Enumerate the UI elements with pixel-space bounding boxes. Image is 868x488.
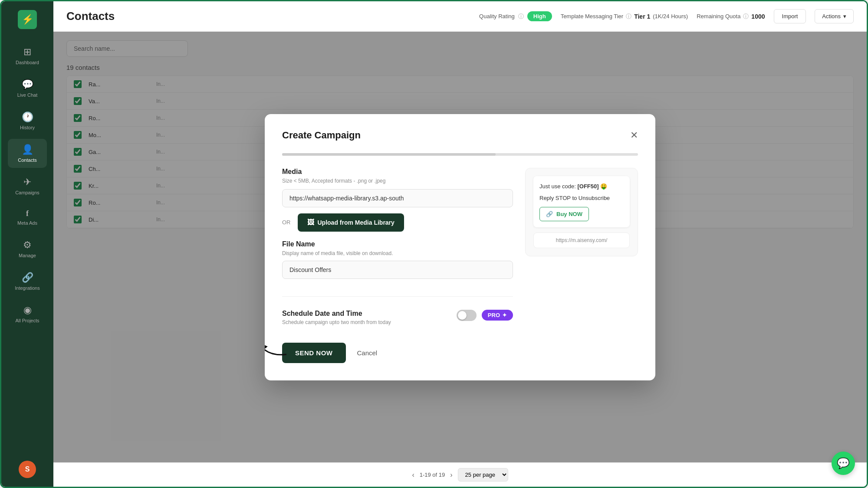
media-label: Media [282, 168, 513, 176]
schedule-info: Schedule Date and Time Schedule campaign… [282, 310, 448, 325]
meta-ads-icon: f [26, 209, 29, 218]
preview-promo-emoji: 🤑 [600, 183, 607, 190]
pro-label: PRO [488, 312, 500, 318]
chat-bubble-icon: 💬 [837, 457, 850, 469]
progress-bar-container [282, 153, 638, 156]
topbar: Contacts Quality Rating ⓘ High Template … [53, 1, 867, 32]
logo-icon: ⚡ [18, 10, 37, 29]
schedule-toggle[interactable] [457, 310, 477, 321]
sidebar-label-contacts: Contacts [18, 157, 36, 163]
modal-body: Media Size < 5MB, Accepted formats - .pn… [282, 168, 638, 363]
remaining-quota-section: Remaining Quota ⓘ 1000 [697, 13, 765, 20]
schedule-header: Schedule Date and Time Schedule campaign… [282, 310, 513, 325]
all-projects-icon: ◉ [23, 305, 32, 316]
sidebar-label-campaigns: Campaigns [15, 190, 39, 195]
sidebar-item-live-chat[interactable]: 💬 Live Chat [8, 74, 47, 103]
preview-promo-text: Just use code: [OFF50] 🤑 [539, 182, 624, 191]
remaining-quota-label: Remaining Quota [697, 13, 740, 20]
buy-now-label: Buy NOW [556, 211, 582, 217]
sidebar-item-history[interactable]: 🕐 History [8, 106, 47, 135]
preview-url: https://m.aisensy.com/ [533, 233, 630, 248]
sidebar-label-dashboard: Dashboard [16, 60, 39, 65]
manage-icon: ⚙ [23, 239, 32, 251]
modal-overlay: Create Campaign ✕ Media Size < 5MB, Acc [53, 32, 867, 462]
pro-badge: PRO ✦ [482, 310, 513, 321]
quality-rating-label: Quality Rating [479, 13, 515, 20]
preview-unsubscribe-text: Reply STOP to Unsubscribe [539, 194, 624, 203]
quota-value: 1000 [751, 13, 765, 20]
modal-header: Create Campaign ✕ [282, 130, 638, 141]
actions-label: Actions [822, 13, 841, 20]
sidebar-item-contacts[interactable]: 👤 Contacts [8, 139, 47, 168]
upload-btn-label: Upload from Media Library [318, 219, 395, 226]
main-content: Contacts Quality Rating ⓘ High Template … [53, 1, 867, 487]
or-row: OR 🖼 Upload from Media Library [282, 213, 513, 232]
schedule-sub: Schedule campaign upto two month from to… [282, 319, 448, 325]
preview-promo-code: [OFF50] [577, 183, 598, 190]
per-page-select[interactable]: 25 per page [458, 468, 508, 481]
next-page-button[interactable]: › [450, 471, 452, 479]
template-tier-label: Template Messaging Tier [561, 13, 624, 20]
preview-panel: Just use code: [OFF50] 🤑 Reply STOP to U… [525, 168, 638, 256]
sidebar-item-campaigns[interactable]: ✈ Campaigns [8, 171, 47, 200]
actions-button[interactable]: Actions ▾ [815, 9, 854, 23]
sidebar-logo: ⚡ [18, 10, 37, 29]
arrow-annotation [265, 333, 291, 359]
upload-icon: 🖼 [307, 219, 314, 226]
live-chat-icon: 💬 [22, 79, 33, 90]
schedule-section: Schedule Date and Time Schedule campaign… [282, 296, 513, 325]
info-icon-quota: ⓘ [743, 13, 749, 20]
sidebar-label-all-projects: All Projects [15, 318, 39, 323]
sidebar: ⚡ ⊞ Dashboard 💬 Live Chat 🕐 History 👤 Co… [1, 1, 53, 487]
app-shell: ⚡ ⊞ Dashboard 💬 Live Chat 🕐 History 👤 Co… [0, 0, 868, 488]
media-url-input[interactable] [282, 189, 513, 207]
buy-now-button[interactable]: 🔗 Buy NOW [539, 207, 589, 221]
contacts-icon: 👤 [22, 144, 33, 155]
sidebar-label-integrations: Integrations [15, 285, 39, 291]
sidebar-item-meta-ads[interactable]: f Meta Ads [8, 204, 47, 231]
schedule-toggle-area: PRO ✦ [457, 310, 513, 321]
integrations-icon: 🔗 [22, 272, 33, 283]
progress-bar-fill [282, 153, 496, 156]
quality-rating-section: Quality Rating ⓘ High [479, 11, 552, 21]
import-button[interactable]: Import [774, 9, 806, 23]
info-icon-tier: ⓘ [626, 13, 631, 20]
sidebar-label-manage: Manage [19, 253, 36, 258]
modal-left: Media Size < 5MB, Accepted formats - .pn… [282, 168, 513, 363]
avatar[interactable]: S [19, 461, 36, 478]
chevron-down-icon: ▾ [843, 13, 846, 20]
modal-right: Just use code: [OFF50] 🤑 Reply STOP to U… [525, 168, 638, 363]
tier-sub: (1K/24 Hours) [653, 13, 688, 20]
content-area: 19 contacts Ra... In... Va... In... Ro..… [53, 32, 867, 462]
file-name-label: File Name [282, 240, 513, 248]
buy-now-icon: 🔗 [546, 211, 553, 217]
media-sub: Size < 5MB, Accepted formats - .png or .… [282, 178, 513, 184]
page-range: 1-19 of 19 [420, 472, 445, 478]
tier-value: Tier 1 [634, 13, 650, 20]
close-button[interactable]: ✕ [630, 131, 638, 140]
send-now-button[interactable]: SEND NOW [282, 343, 346, 363]
file-name-section: File Name Display name of media file, vi… [282, 240, 513, 279]
sidebar-item-integrations[interactable]: 🔗 Integrations [8, 267, 47, 296]
file-name-desc: Display name of media file, visible on d… [282, 250, 513, 256]
sidebar-item-all-projects[interactable]: ◉ All Projects [8, 299, 47, 328]
info-icon-quality: ⓘ [518, 13, 524, 20]
quality-badge: High [527, 11, 552, 21]
topbar-right: Quality Rating ⓘ High Template Messaging… [479, 9, 854, 23]
file-name-input[interactable] [282, 261, 513, 279]
modal-title: Create Campaign [282, 130, 361, 141]
action-buttons: SEND NOW Cancel [282, 343, 513, 363]
sidebar-item-dashboard[interactable]: ⊞ Dashboard [8, 41, 47, 70]
sidebar-label-live-chat: Live Chat [17, 92, 37, 98]
pro-icon: ✦ [502, 312, 507, 318]
sidebar-item-manage[interactable]: ⚙ Manage [8, 234, 47, 263]
prev-page-button[interactable]: ‹ [412, 471, 414, 479]
cancel-button[interactable]: Cancel [353, 343, 382, 363]
template-tier-section: Template Messaging Tier ⓘ Tier 1 (1K/24 … [561, 13, 688, 20]
or-text: OR [282, 219, 291, 226]
schedule-title: Schedule Date and Time [282, 310, 448, 318]
page-title: Contacts [66, 10, 115, 23]
upload-from-media-library-button[interactable]: 🖼 Upload from Media Library [298, 213, 404, 232]
chat-bubble-button[interactable]: 💬 [832, 452, 855, 475]
media-section: Media Size < 5MB, Accepted formats - .pn… [282, 168, 513, 232]
